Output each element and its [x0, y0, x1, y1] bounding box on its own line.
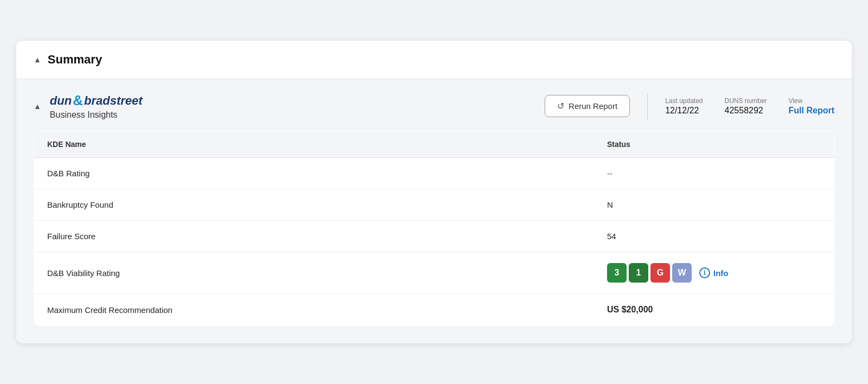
- summary-chevron-icon[interactable]: ▲: [34, 55, 41, 64]
- inner-section: ▲ dun & bradstreet Business Insights ↺ R…: [16, 79, 852, 343]
- brand-block: dun & bradstreet Business Insights: [50, 92, 143, 120]
- rerun-label: Rerun Report: [569, 101, 617, 111]
- outer-card: ▲ Summary ▲ dun & bradstreet Business In…: [16, 41, 852, 343]
- brand-subtitle: Business Insights: [50, 110, 143, 120]
- duns-label: DUNS number: [725, 97, 767, 105]
- status-cell: 54: [594, 221, 834, 252]
- table-row: Maximum Credit RecommendationUS $20,000: [34, 294, 834, 326]
- table-row: D&B Rating--: [34, 158, 834, 189]
- rerun-report-button[interactable]: ↺ Rerun Report: [545, 95, 630, 117]
- viability-badge-3: 3: [607, 263, 627, 283]
- kde-name-cell: D&B Viability Rating: [34, 252, 595, 294]
- brand-bradstreet-text: bradstreet: [84, 94, 143, 108]
- col-header-status: Status: [594, 131, 834, 158]
- table-row: Bankruptcy FoundN: [34, 189, 834, 221]
- brand-logo: dun & bradstreet: [50, 92, 143, 109]
- kde-name-cell: Bankruptcy Found: [34, 189, 595, 221]
- kde-name-cell: D&B Rating: [34, 158, 595, 189]
- last-updated-value: 12/12/22: [665, 106, 699, 116]
- status-cell: --: [594, 158, 834, 189]
- viability-badge-w: W: [672, 263, 692, 283]
- collapse-button[interactable]: ▲: [34, 102, 41, 111]
- info-label: Info: [713, 268, 729, 278]
- table-row: D&B Viability Rating31GWiInfo: [34, 252, 834, 294]
- viability-badges: 31GWiInfo: [607, 263, 821, 283]
- full-report-link[interactable]: Full Report: [789, 106, 834, 116]
- header-actions: ↺ Rerun Report Last updated 12/12/22 DUN…: [545, 93, 834, 119]
- last-updated-item: Last updated 12/12/22: [665, 97, 703, 116]
- meta-block: Last updated 12/12/22 DUNS number 425582…: [665, 97, 834, 116]
- status-cell: 31GWiInfo: [594, 252, 834, 294]
- rerun-icon: ↺: [557, 101, 564, 111]
- info-circle-icon: i: [699, 267, 710, 278]
- duns-item: DUNS number 42558292: [725, 97, 767, 116]
- kde-name-cell: Maximum Credit Recommendation: [34, 294, 595, 326]
- col-header-kde: KDE Name: [34, 131, 595, 158]
- summary-title: Summary: [48, 53, 102, 67]
- table-row: Failure Score54: [34, 221, 834, 252]
- duns-value: 42558292: [725, 106, 763, 116]
- dash-value: --: [607, 169, 612, 178]
- vertical-divider: [647, 93, 648, 119]
- inner-header: ▲ dun & bradstreet Business Insights ↺ R…: [34, 92, 834, 120]
- full-report-block: View Full Report: [789, 97, 834, 116]
- kde-name-cell: Failure Score: [34, 221, 595, 252]
- status-cell: N: [594, 189, 834, 221]
- viability-badge-g: G: [650, 263, 670, 283]
- kde-table: KDE Name Status D&B Rating--Bankruptcy F…: [34, 131, 834, 326]
- brand-ampersand-icon: &: [73, 92, 83, 109]
- last-updated-label: Last updated: [665, 97, 703, 105]
- view-label: View: [789, 97, 834, 105]
- viability-badge-1: 1: [629, 263, 648, 283]
- brand-dun-text: dun: [50, 94, 72, 108]
- summary-header: ▲ Summary: [16, 41, 852, 79]
- info-button[interactable]: iInfo: [699, 267, 729, 278]
- status-cell: US $20,000: [594, 294, 834, 326]
- credit-value: US $20,000: [607, 305, 653, 314]
